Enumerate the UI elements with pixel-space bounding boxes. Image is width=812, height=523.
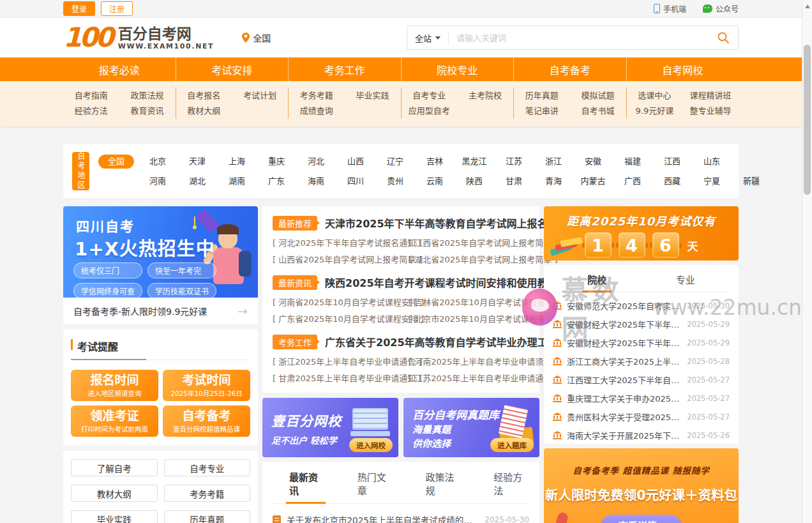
submenu-link[interactable]: 教材大纲: [176, 103, 232, 119]
region-link[interactable]: 山西: [336, 155, 375, 169]
submenu-link[interactable]: 经验方法: [63, 103, 119, 119]
nav-item-baokao[interactable]: 报考必读: [63, 57, 176, 81]
enter-school-button[interactable]: 进入网校: [349, 438, 393, 452]
submenu-link[interactable]: 课程精讲班: [682, 88, 739, 103]
region-link[interactable]: 安徽: [573, 155, 613, 169]
submenu-link[interactable]: 选课中心: [627, 88, 683, 103]
scrollbar-thumb[interactable]: [804, 45, 811, 195]
region-link[interactable]: 湖北: [177, 174, 217, 188]
region-link[interactable]: 天津: [177, 155, 217, 169]
tab-latest-news[interactable]: 最新资讯: [287, 462, 325, 503]
headline-link[interactable]: [ 甘肃2025年上半年自考毕业申请通知 ]: [273, 372, 409, 384]
wechat-account-link[interactable]: 公众号: [703, 3, 739, 14]
nav-item-beikao[interactable]: 自考备考: [513, 57, 626, 81]
headline-link[interactable]: [ 河南2025年上半年自考毕业申请须知 ]: [409, 355, 529, 367]
view-details-button[interactable]: 查看详情 ›: [601, 515, 681, 523]
region-link[interactable]: 西藏: [652, 174, 692, 188]
register-button[interactable]: 注册: [101, 1, 133, 16]
submenu-link[interactable]: 自考书城: [570, 103, 626, 119]
region-link-active[interactable]: 全国: [98, 155, 134, 169]
quick-link-button[interactable]: 教材大纲: [71, 485, 158, 502]
login-button[interactable]: 登录: [63, 1, 95, 16]
submenu-link[interactable]: 整专业辅导: [682, 103, 739, 119]
region-link[interactable]: 广西: [613, 174, 652, 188]
quick-link-button[interactable]: 历年真题: [164, 510, 251, 523]
tab-majors[interactable]: 专业: [642, 265, 730, 292]
submenu-link[interactable]: 教育资讯: [119, 103, 176, 119]
headline-link[interactable]: [ 北京市2025年10月自学考试课程安排 ]: [409, 312, 529, 324]
headline-link[interactable]: [ 山西省2025年自学考试网上报考简章 ]: [273, 253, 409, 265]
school-item[interactable]: 江西理工大学2025下半年自学考试实践... 2025-05-27: [553, 370, 730, 389]
enter-bank-button[interactable]: 进入题库: [490, 438, 534, 452]
submenu-link[interactable]: 应用型自考: [402, 103, 458, 119]
quick-link-button[interactable]: 毕业实践: [71, 510, 158, 523]
region-link[interactable]: 河北: [296, 155, 336, 169]
region-link[interactable]: 重庆: [257, 155, 296, 169]
headline-link[interactable]: [ 江苏2025年上半年自考毕业申请通告 ]: [409, 372, 529, 384]
region-tab-label[interactable]: 自考地区: [72, 152, 89, 190]
region-link[interactable]: 云南: [415, 174, 455, 188]
submenu-link[interactable]: 自考专业: [402, 88, 458, 103]
headline-link[interactable]: [ 吉林省2025年10月自学考试课程安排 ]: [409, 296, 529, 308]
school-item[interactable]: 安徽财经大学2025年下半年自学考试实... 2025-05-29: [553, 333, 730, 352]
submenu-link[interactable]: 历年真题: [514, 88, 570, 103]
school-item[interactable]: 重庆理工大学关于申办2025年6月高等教... 2025-05-27: [553, 389, 730, 407]
headline-link[interactable]: [ 河南省2025年10月自学考试课程安排 ]: [273, 296, 409, 308]
region-link[interactable]: 江西: [652, 155, 692, 169]
school-item[interactable]: 浙江工商大学关于2025上半年自考实践... 2025-05-28: [553, 352, 730, 370]
region-link[interactable]: 上海: [217, 155, 257, 169]
region-link[interactable]: 吉林: [415, 155, 455, 169]
region-link[interactable]: 辽宁: [375, 155, 415, 169]
headline-link[interactable]: [ 广东省2025年10月自学考试课程安排 ]: [273, 312, 409, 324]
region-link[interactable]: 黑龙江: [455, 155, 494, 169]
region-link[interactable]: 北京: [138, 155, 177, 169]
site-logo[interactable]: 100 百分自考网 WWW.EXAM100.NET: [63, 24, 214, 51]
region-link[interactable]: 四川: [336, 174, 375, 188]
headline-link[interactable]: [ 江西省2025年自学考试网上报考简章 ]: [409, 236, 529, 248]
quick-link-button[interactable]: 自考专业: [164, 459, 251, 476]
reminder-exam-time-button[interactable]: 考试时间 2025年10月25日-26日: [163, 370, 250, 401]
region-link[interactable]: 宁夏: [692, 174, 732, 188]
region-link[interactable]: 山东: [692, 155, 732, 169]
submenu-link[interactable]: 考务考籍: [289, 88, 345, 103]
nav-item-kaoshi[interactable]: 考试安排: [176, 57, 289, 81]
reminder-signup-time-button[interactable]: 报名时间 进入地区频道查询: [71, 370, 158, 401]
submenu-link[interactable]: 政策法规: [119, 88, 176, 103]
region-link[interactable]: 海南: [296, 174, 336, 188]
reminder-admission-ticket-button[interactable]: 领准考证 打印时间为考试前两周: [71, 406, 158, 437]
school-item[interactable]: 贵州医科大学关于受理2025年上半年高... 2025-05-27: [553, 407, 730, 426]
tab-hot-articles[interactable]: 热门文章: [355, 462, 393, 503]
tab-policies[interactable]: 政策法规: [423, 462, 462, 503]
search-scope-dropdown[interactable]: 全站: [407, 32, 448, 44]
submenu-link[interactable]: 自考指南: [63, 88, 119, 103]
online-school-banner[interactable]: 壹百分网校 足不出户 轻松学 进入网校: [262, 398, 398, 457]
news-item[interactable]: 关于发布北京市2025年上半年自学考试成绩的通知 2025-05-30: [273, 509, 529, 523]
submenu-link[interactable]: 笔记串讲: [514, 103, 570, 119]
submenu-link[interactable]: 成绩查询: [289, 103, 345, 119]
submenu-link[interactable]: 自考报名: [176, 88, 232, 103]
headline-link[interactable]: [ 湖北省2025年自学考试网上报考简章 ]: [409, 253, 529, 265]
region-link[interactable]: 广东: [257, 174, 296, 188]
nav-item-yuanxiao[interactable]: 院校专业: [401, 57, 514, 81]
region-link[interactable]: 青海: [534, 174, 573, 188]
submenu-link[interactable]: 主考院校: [457, 88, 513, 103]
search-input[interactable]: [449, 33, 709, 43]
nav-item-wangxiao[interactable]: 自考网校: [626, 57, 739, 81]
question-bank-banner[interactable]: 百分自考网真题库 海量真题 供你选择 进入题库: [403, 398, 539, 457]
submenu-link[interactable]: 考试计划: [232, 88, 288, 103]
school-item[interactable]: 安徽财经大学2025年下半年自考本科毕... 2025-05-29: [553, 315, 730, 333]
location-selector[interactable]: 全国: [242, 31, 271, 44]
region-link[interactable]: 新疆: [732, 174, 771, 188]
exam-countdown-banner[interactable]: 距离2025年10月考试仅有 1 4 6 天: [544, 206, 739, 261]
quick-link-button[interactable]: 了解自考: [71, 459, 158, 476]
tab-schools[interactable]: 院校: [553, 265, 642, 292]
region-link[interactable]: 湖南: [217, 174, 257, 188]
region-link[interactable]: 福建: [613, 155, 652, 169]
submenu-link[interactable]: 毕业实践: [345, 88, 401, 103]
nav-item-kaowu[interactable]: 考务工作: [288, 57, 401, 81]
headline-link[interactable]: [ 河北2025年下半年自学考试报名通知 ]: [273, 236, 409, 248]
tab-methods[interactable]: 经验方法: [491, 462, 529, 503]
region-link[interactable]: 陕西: [455, 174, 494, 188]
submenu-link[interactable]: 模拟试题: [570, 88, 626, 103]
region-link[interactable]: 甘肃: [494, 174, 534, 188]
